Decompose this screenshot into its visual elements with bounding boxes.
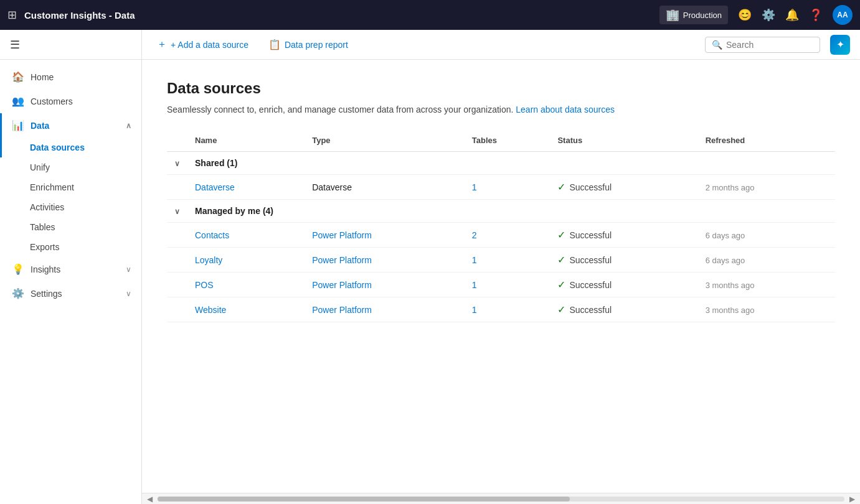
contacts-type: Power Platform: [312, 230, 372, 240]
sidebar-item-activities[interactable]: Activities: [0, 197, 141, 217]
app-title: Customer Insights - Data: [24, 10, 654, 21]
pos-type: Power Platform: [312, 280, 372, 290]
loyalty-tables-count[interactable]: 1: [472, 255, 477, 265]
sidebar-item-insights-label: Insights: [31, 264, 120, 274]
bell-icon[interactable]: 🔔: [785, 8, 799, 22]
table-row: Contacts Power Platform 2 ✓ Successful: [167, 223, 835, 248]
row-status-cell: ✓ Successful: [550, 175, 697, 200]
contacts-link[interactable]: Contacts: [195, 230, 229, 240]
sidebar-item-settings-label: Settings: [31, 289, 120, 299]
copilot-icon[interactable]: ✦: [830, 35, 850, 55]
learn-more-link[interactable]: Learn about data sources: [516, 105, 615, 114]
page-desc-text: Seamlessly connect to, enrich, and manag…: [167, 105, 516, 114]
table-row: Dataverse Dataverse 1 ✓ Successful: [167, 175, 835, 200]
row-type-cell: Dataverse: [305, 175, 465, 200]
table-row: POS Power Platform 1 ✓ Successful: [167, 273, 835, 297]
scroll-track[interactable]: [158, 497, 844, 502]
data-chevron-icon: ∧: [126, 121, 131, 130]
plus-icon: ＋: [157, 38, 167, 51]
group-managed: ∨ Managed by me (4): [167, 200, 835, 223]
col-tables: Tables: [465, 129, 550, 152]
table-row: Loyalty Power Platform 1 ✓ Successful: [167, 248, 835, 273]
chevron-down-icon: ∨: [174, 207, 180, 216]
sidebar-nav: 🏠 Home 👥 Customers 📊 Data ∧ Data sources…: [0, 60, 141, 310]
sidebar-item-data-sources[interactable]: Data sources: [0, 138, 141, 157]
contacts-refreshed: 6 days ago: [706, 231, 745, 240]
env-icon: 🏢: [666, 8, 679, 22]
success-icon: ✓: [557, 181, 565, 193]
sidebar-item-unify[interactable]: Unify: [0, 157, 141, 177]
page-title: Data sources: [167, 80, 835, 97]
content-area: ＋ + Add a data source 📋 Data prep report…: [142, 30, 860, 504]
managed-group-label: Managed by me (4): [187, 200, 835, 223]
dataverse-status-label: Successful: [569, 182, 612, 192]
website-status: ✓ Successful: [557, 304, 690, 315]
environment-selector[interactable]: 🏢 Production: [659, 6, 728, 24]
help-icon[interactable]: ❓: [809, 8, 823, 22]
sidebar-item-customers[interactable]: 👥 Customers: [0, 89, 141, 113]
settings-chevron-icon: ∨: [126, 289, 131, 298]
loyalty-refreshed: 6 days ago: [706, 256, 745, 265]
loyalty-status-label: Successful: [569, 255, 612, 265]
insights-chevron-icon: ∨: [126, 265, 131, 274]
group-shared: ∨ Shared (1): [167, 152, 835, 175]
chevron-down-icon: ∨: [174, 159, 180, 168]
hamburger-button[interactable]: ☰: [10, 38, 20, 52]
dataverse-tables-count[interactable]: 1: [472, 182, 477, 192]
avatar[interactable]: AA: [833, 5, 853, 25]
topbar: ⊞ Customer Insights - Data 🏢 Production …: [0, 0, 860, 30]
loyalty-type: Power Platform: [312, 255, 372, 265]
sidebar-item-enrichment[interactable]: Enrichment: [0, 177, 141, 197]
pos-link[interactable]: POS: [195, 280, 214, 290]
success-icon: ✓: [557, 279, 565, 291]
loyalty-status: ✓ Successful: [557, 254, 690, 266]
sidebar-item-home[interactable]: 🏠 Home: [0, 65, 141, 89]
bottom-scrollbar: ◀ ▶: [142, 493, 860, 504]
website-link[interactable]: Website: [195, 305, 226, 315]
sidebar-item-insights[interactable]: 💡 Insights ∨: [0, 257, 141, 281]
sidebar-item-tables[interactable]: Tables: [0, 217, 141, 237]
scroll-thumb[interactable]: [158, 497, 570, 502]
settings-icon[interactable]: ⚙️: [762, 8, 775, 22]
col-name: Name: [187, 129, 305, 152]
col-type: Type: [305, 129, 465, 152]
dataverse-link[interactable]: Dataverse: [195, 182, 235, 192]
sidebar-header: ☰: [0, 30, 141, 60]
sidebar-item-home-label: Home: [31, 72, 131, 82]
sidebar-item-data-sources-label: Data sources: [30, 142, 85, 152]
pos-refreshed: 3 months ago: [706, 281, 755, 290]
shared-chevron[interactable]: ∨: [167, 152, 187, 175]
sidebar-item-data[interactable]: 📊 Data ∧: [0, 113, 141, 138]
loyalty-link[interactable]: Loyalty: [195, 255, 222, 265]
dataverse-status: ✓ Successful: [557, 181, 690, 193]
website-refreshed: 3 months ago: [706, 306, 755, 315]
face-icon[interactable]: 😊: [738, 8, 752, 22]
page-content: Data sources Seamlessly connect to, enri…: [142, 60, 860, 493]
page-description: Seamlessly connect to, enrich, and manag…: [167, 105, 835, 114]
shared-group-label: Shared (1): [187, 152, 835, 175]
search-icon: 🔍: [712, 40, 722, 50]
website-tables-count[interactable]: 1: [472, 305, 477, 315]
pos-tables-count[interactable]: 1: [472, 280, 477, 290]
contacts-status-label: Successful: [569, 230, 612, 240]
col-refreshed: Refreshed: [698, 129, 835, 152]
pos-status-label: Successful: [569, 280, 612, 290]
add-data-source-button[interactable]: ＋ + Add a data source: [152, 35, 253, 54]
data-prep-report-button[interactable]: 📋 Data prep report: [263, 36, 353, 53]
sidebar-item-tables-label: Tables: [30, 222, 55, 232]
row-expand-cell: [167, 175, 187, 200]
scroll-left-arrow[interactable]: ◀: [144, 495, 155, 503]
grid-icon[interactable]: ⊞: [7, 8, 17, 22]
managed-chevron[interactable]: ∨: [167, 200, 187, 223]
topbar-icons: 😊 ⚙️ 🔔 ❓ AA: [738, 5, 853, 25]
scroll-right-arrow[interactable]: ▶: [847, 495, 858, 503]
sidebar-item-data-label: Data: [31, 121, 120, 131]
sidebar-item-activities-label: Activities: [30, 202, 64, 212]
success-icon: ✓: [557, 304, 565, 315]
search-box[interactable]: 🔍: [705, 37, 820, 53]
sidebar-item-exports[interactable]: Exports: [0, 237, 141, 257]
contacts-tables-count[interactable]: 2: [472, 230, 477, 240]
env-label: Production: [683, 11, 722, 20]
search-input[interactable]: [726, 40, 813, 50]
sidebar-item-settings[interactable]: ⚙️ Settings ∨: [0, 281, 141, 306]
